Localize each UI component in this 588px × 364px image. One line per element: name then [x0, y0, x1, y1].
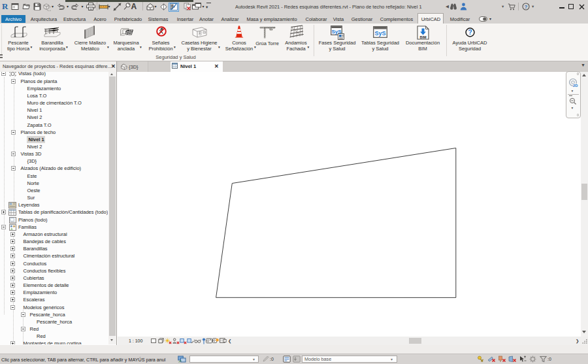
svg-text:?: ?: [468, 29, 472, 36]
svg-text:?: ?: [525, 4, 528, 10]
svg-text:BIM: BIM: [419, 35, 427, 39]
svg-text:SyS: SyS: [374, 30, 385, 37]
